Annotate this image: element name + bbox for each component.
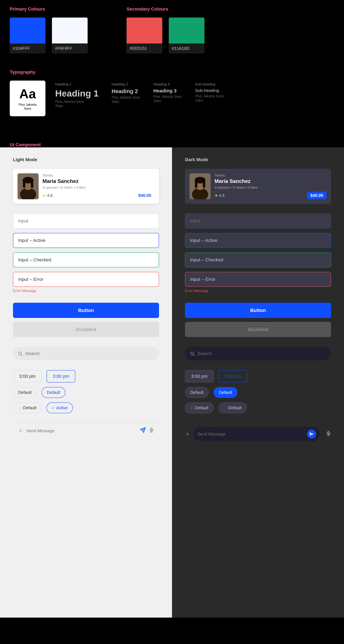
message-input-dark[interactable] xyxy=(197,432,304,437)
color-swatch-red: #EE5151 xyxy=(127,18,162,53)
price-badge-dark: $40.00 xyxy=(307,192,326,199)
subheading-sub: Plus Jakarta Sans14px xyxy=(195,94,224,102)
coach-meta-dark: In-person • 5 Years • 0.8km xyxy=(214,186,326,190)
send-icon-light[interactable] xyxy=(140,427,146,434)
message-input-light[interactable] xyxy=(26,428,137,434)
coach-footer-dark: ★ 4.8 $40.00 xyxy=(214,192,326,199)
heading-2-item: Heading 2 Heading 2 Plus Jakarta Sans18p… xyxy=(112,82,140,104)
send-icon-dark[interactable] xyxy=(307,430,316,438)
input-checked-dark[interactable] xyxy=(185,252,331,267)
heading-2-sub: Plus Jakarta Sans18px xyxy=(112,95,140,104)
tag-chip-default-light[interactable]: Default xyxy=(13,387,37,398)
svg-rect-18 xyxy=(203,180,205,188)
mic-icon-light[interactable] xyxy=(149,428,154,434)
primary-button-light[interactable]: Button xyxy=(13,303,159,318)
secondary-colours-label: Secondary Colours xyxy=(127,6,204,12)
color-swatch-green: #11A16D xyxy=(169,18,204,53)
heading-1-label: Heading 1 xyxy=(55,82,99,86)
add-icon-dark[interactable]: ＋ xyxy=(185,430,190,438)
price-badge-light: $40.00 xyxy=(135,192,154,199)
heading-3-item: Heading 3 Heading 3 Plus Jakarta Sans16p… xyxy=(153,82,182,103)
coach-sport-light: Tennis xyxy=(43,173,154,178)
svg-line-7 xyxy=(21,354,23,356)
search-icon-dark xyxy=(190,351,195,356)
input-active-light[interactable] xyxy=(13,233,159,248)
color-swatch-blue: #104FFF xyxy=(10,18,46,53)
color-swatch-white: #F6F8FF xyxy=(52,18,88,53)
add-icon-light[interactable]: ＋ xyxy=(18,427,23,434)
tag-chip-default-dark[interactable]: Default xyxy=(185,387,209,398)
time-chip-active-dark[interactable]: 3:00 pm xyxy=(219,370,247,382)
check-chip-active-light[interactable]: ✓ Active xyxy=(46,402,73,413)
search-input-dark[interactable] xyxy=(197,351,326,356)
heading-3-text: Heading 3 xyxy=(153,88,182,94)
svg-rect-4 xyxy=(23,180,25,188)
search-bar-dark[interactable] xyxy=(185,347,331,360)
message-input-wrap-dark xyxy=(193,427,320,441)
slot-row-check-dark: Default ✓ Default xyxy=(185,402,331,413)
star-rating-dark: ★ 4.8 xyxy=(214,193,224,198)
tag-chip-active-light[interactable]: Default xyxy=(42,387,65,398)
heading-3-label: Heading 3 xyxy=(153,82,182,86)
color-hex-red: #EE5151 xyxy=(127,44,162,53)
heading-2-label: Heading 2 xyxy=(112,82,140,86)
input-default-dark[interactable] xyxy=(185,214,331,228)
time-chip-default-light[interactable]: 3:00 pm xyxy=(13,370,42,382)
coach-avatar-light xyxy=(18,173,39,199)
time-chip-active-light[interactable]: 3:00 pm xyxy=(47,370,75,382)
input-error-light[interactable] xyxy=(13,272,159,287)
send-button-dark[interactable] xyxy=(307,430,316,438)
color-hex-green: #11A16D xyxy=(169,44,204,53)
dark-mode-label: Dark Mode xyxy=(185,157,331,162)
coach-card-light: Tennis Maria Sanchez In-person • 5 Years… xyxy=(13,169,159,204)
color-hex-white: #F6F8FF xyxy=(52,44,88,53)
font-preview-name: Plus JakartaSans xyxy=(19,103,37,110)
time-slots-dark: 3:00 pm 3:00 pm Default Default Default … xyxy=(185,370,331,413)
font-preview-text: Aa xyxy=(19,86,36,101)
primary-button-dark[interactable]: Button xyxy=(185,303,331,318)
input-error-dark[interactable] xyxy=(185,272,331,287)
rating-num-light: 4.8 xyxy=(47,193,52,198)
star-rating-light: ★ 4.8 xyxy=(43,193,52,198)
check-mark-icon-dark: ✓ xyxy=(224,406,226,410)
coach-meta-light: In-person • 5 Years • 0.8km xyxy=(43,186,154,190)
svg-line-20 xyxy=(193,354,194,356)
search-bar-light[interactable] xyxy=(13,347,159,360)
search-wrap-dark xyxy=(185,347,331,360)
time-chip-default-dark[interactable]: 3:00 pm xyxy=(185,370,214,382)
color-hex-blue: #104FFF xyxy=(10,44,46,53)
ui-component-label: UI Component xyxy=(0,136,344,148)
disabled-button-dark: Disabled xyxy=(185,322,331,337)
heading-3-sub: Plus Jakarta Sans16px xyxy=(153,94,182,103)
inputs-group-light: Error Message xyxy=(13,214,159,293)
time-slots-light: 3:00 pm 3:00 pm Default Default Default … xyxy=(13,370,159,413)
search-icon-light xyxy=(18,351,23,356)
message-bar-dark: ＋ xyxy=(185,423,331,445)
mic-icon-dark[interactable] xyxy=(326,431,331,437)
check-chip-default-dark[interactable]: Default xyxy=(185,402,214,413)
slot-row-tag: Default Default xyxy=(13,387,159,398)
svg-rect-21 xyxy=(328,431,329,434)
error-message-light: Error Message xyxy=(13,289,159,293)
check-chip-default-light[interactable]: Default xyxy=(13,402,42,413)
svg-rect-17 xyxy=(195,180,197,188)
star-icon-dark: ★ xyxy=(214,193,218,198)
check-radio-empty-dark xyxy=(190,406,193,410)
tag-chip-active-dark[interactable]: Default xyxy=(214,387,237,398)
coach-name-light: Maria Sanchez xyxy=(43,178,154,184)
search-input-light[interactable] xyxy=(25,351,154,356)
subheading-text: Sub-heading xyxy=(195,88,224,93)
disabled-button-light: Disabled xyxy=(13,322,159,337)
heading-1-item: Heading 1 Heading 1 Plus Jakarta Sans30p… xyxy=(55,82,99,108)
input-checked-light[interactable] xyxy=(13,252,159,267)
check-chip-active-dark[interactable]: ✓ Default xyxy=(218,402,247,413)
input-active-dark[interactable] xyxy=(185,233,331,248)
buttons-group-light: Button Disabled xyxy=(13,303,159,337)
search-wrap-light xyxy=(13,347,159,360)
input-default-light[interactable] xyxy=(13,214,159,228)
check-mark-icon: ✓ xyxy=(52,406,55,410)
dark-mode-panel: Dark Mode Tennis Maria Sanchez In-person… xyxy=(172,148,344,618)
font-preview-box: Aa Plus JakartaSans xyxy=(10,80,46,116)
coach-name-dark: Maria Sanchez xyxy=(214,178,326,184)
light-mode-panel: Light Mode Tennis Maria Sanchez xyxy=(0,148,172,618)
